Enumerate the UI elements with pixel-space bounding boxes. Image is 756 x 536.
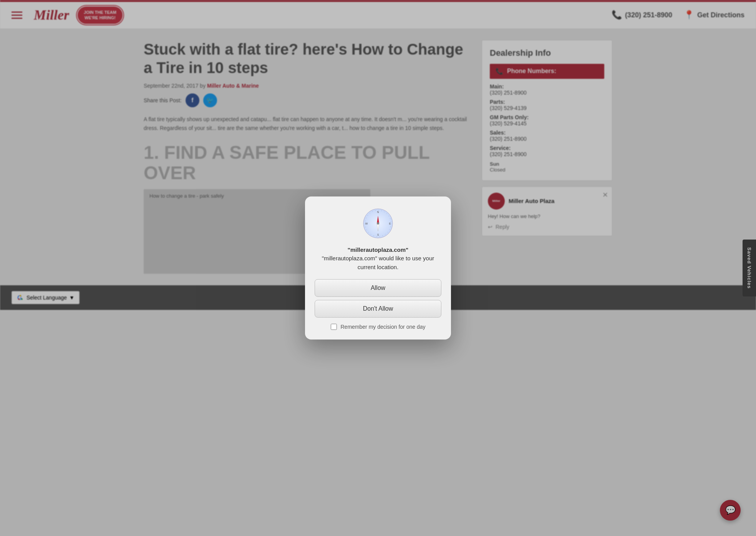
modal-message: "millerautoplaza.com" "millerautoplaza.c… [315, 246, 441, 272]
remember-checkbox[interactable] [331, 324, 337, 330]
location-permission-modal: N S E W "millerautoplaza.com" "milleraut… [305, 196, 451, 340]
safari-icon: N S E W [363, 208, 393, 239]
dont-allow-button[interactable]: Don't Allow [315, 300, 441, 318]
svg-text:W: W [365, 222, 368, 225]
remember-label: Remember my decision for one day [341, 324, 426, 330]
svg-text:S: S [377, 233, 379, 236]
svg-text:N: N [377, 211, 379, 213]
svg-point-8 [377, 222, 379, 225]
svg-text:E: E [389, 222, 391, 225]
remember-row: Remember my decision for one day [331, 324, 426, 330]
allow-button[interactable]: Allow [315, 279, 441, 297]
modal-overlay: N S E W "millerautoplaza.com" "milleraut… [0, 0, 756, 536]
